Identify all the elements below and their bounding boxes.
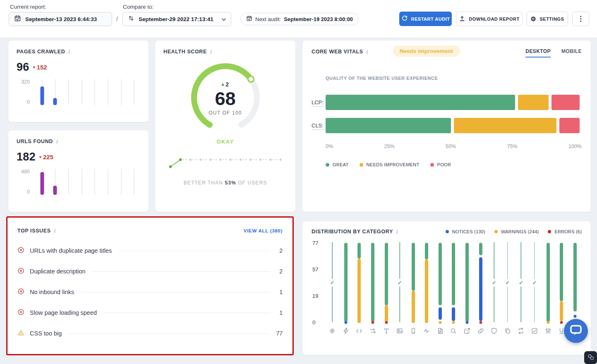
images-icon[interactable] xyxy=(396,327,403,338)
cwv-row: CLS: xyxy=(312,118,582,133)
category-plot: ✓ xyxy=(514,241,528,324)
info-icon[interactable]: i xyxy=(54,228,55,234)
current-report-picker[interactable]: September-13 2023 6:44:33 xyxy=(9,12,112,26)
cwv-segment-needs-improvement[interactable] xyxy=(454,118,556,133)
category-plot xyxy=(366,241,380,324)
info-icon[interactable]: i xyxy=(210,48,211,55)
legend-item: NOTICES (130) xyxy=(446,229,485,234)
status-badge: Needs improvement xyxy=(393,46,460,57)
category-column[interactable]: ✓ xyxy=(501,241,515,338)
repeat-icon[interactable] xyxy=(517,327,525,338)
redirects-icon[interactable] xyxy=(369,327,376,338)
external-link-icon[interactable] xyxy=(463,327,471,338)
cwv-row-label[interactable]: CLS: xyxy=(312,122,326,129)
restart-audit-button[interactable]: RESTART AUDIT xyxy=(399,12,452,26)
info-icon[interactable]: i xyxy=(366,48,368,55)
triangle-up-icon: ▴ xyxy=(222,81,224,87)
category-column[interactable]: ✓ xyxy=(487,241,501,338)
pages-crawled-delta: ▾152 xyxy=(33,64,47,71)
category-dot-blue xyxy=(573,315,576,318)
category-bar-green xyxy=(479,243,482,255)
category-column[interactable] xyxy=(541,241,555,338)
cwv-segment-great[interactable] xyxy=(326,95,515,110)
compare-select[interactable]: September-29 2022 17:13:41 xyxy=(122,12,231,26)
copy-icon[interactable] xyxy=(504,327,511,338)
check-icon: ✓ xyxy=(505,279,510,287)
more-options-button[interactable]: ⋮ xyxy=(572,12,589,26)
shield-icon[interactable] xyxy=(490,327,498,338)
error-icon xyxy=(17,247,24,255)
category-plot: ✓ xyxy=(501,241,515,324)
cwv-segment-poor[interactable] xyxy=(551,95,580,110)
issue-label: URLs with duplicate page titles xyxy=(30,247,112,254)
health-score-outof: OUT OF 100 xyxy=(209,110,242,116)
issue-row[interactable]: No inbound links1 xyxy=(17,282,283,302)
cwv-segment-poor[interactable] xyxy=(559,118,580,133)
view-all-link[interactable]: VIEW ALL (380) xyxy=(244,228,283,233)
category-column[interactable]: ✓ xyxy=(326,241,339,338)
code-icon[interactable] xyxy=(355,327,363,338)
tab-desktop[interactable]: DESKTOP xyxy=(525,48,551,57)
check-icon: ✓ xyxy=(518,279,524,287)
category-column[interactable] xyxy=(474,241,487,338)
performance-icon[interactable] xyxy=(423,327,430,338)
error-icon xyxy=(17,309,24,317)
category-bar-green xyxy=(547,243,550,322)
category-column[interactable] xyxy=(352,241,366,338)
chart-bar[interactable] xyxy=(40,172,44,195)
category-column[interactable] xyxy=(379,241,393,338)
chart-y-axis: 4800 xyxy=(17,169,36,195)
health-score-gauge: ▴2 68 OUT OF 100 xyxy=(188,60,263,135)
settings-button[interactable]: ⚙ SETTINGS xyxy=(527,12,568,26)
category-column[interactable] xyxy=(434,241,447,338)
issue-count: 2 xyxy=(277,268,283,275)
issue-row[interactable]: Duplicate description2 xyxy=(17,261,283,282)
info-icon[interactable]: i xyxy=(396,228,398,235)
link-icon[interactable] xyxy=(477,327,484,338)
download-report-button[interactable]: DOWNLOAD REPORT xyxy=(456,12,523,26)
issue-row[interactable]: CSS too big77 xyxy=(17,323,283,344)
speed-icon[interactable] xyxy=(342,327,350,338)
category-column[interactable]: ✓ xyxy=(528,241,542,338)
category-column[interactable]: ✓ xyxy=(514,241,528,338)
check-icon: ✓ xyxy=(532,279,537,287)
info-icon[interactable]: i xyxy=(68,48,70,55)
category-plot: ✓ xyxy=(528,241,542,324)
category-column[interactable] xyxy=(420,241,434,338)
health-score-footer: BETTER THAN 53% OF USERS xyxy=(163,180,287,186)
mobile-icon[interactable] xyxy=(410,327,417,338)
structure-icon[interactable] xyxy=(328,327,336,338)
category-bar-green xyxy=(371,243,374,322)
search-icon[interactable] xyxy=(450,327,457,338)
category-column[interactable] xyxy=(460,241,474,338)
legend-item: GREAT xyxy=(326,162,349,167)
axis-tick: 50% xyxy=(446,144,456,149)
category-column[interactable]: ✓ xyxy=(393,241,407,338)
category-plot xyxy=(406,241,420,324)
checkbox-icon[interactable] xyxy=(531,327,538,338)
extension-badge[interactable] xyxy=(584,351,597,364)
chat-widget[interactable] xyxy=(564,319,588,343)
category-dot-red xyxy=(479,321,482,324)
category-column[interactable] xyxy=(366,241,380,338)
chart-bar[interactable] xyxy=(53,98,57,105)
category-column[interactable] xyxy=(406,241,420,338)
issue-row[interactable]: Slow page loading speed1 xyxy=(17,302,283,323)
chart-bar[interactable] xyxy=(53,186,57,195)
category-plot xyxy=(447,241,460,324)
category-plot: ✓ xyxy=(326,241,339,324)
info-icon[interactable]: i xyxy=(56,138,58,144)
text-icon[interactable] xyxy=(383,327,390,338)
cwv-row-label[interactable]: LCP: xyxy=(312,99,326,105)
content-icon[interactable] xyxy=(436,327,444,338)
chart-bar[interactable] xyxy=(40,86,44,105)
issue-row[interactable]: URLs with duplicate page titles2 xyxy=(17,240,283,261)
cwv-segment-great[interactable] xyxy=(326,118,451,133)
cwv-segment-needs-improvement[interactable] xyxy=(518,95,549,110)
chart-slot-line xyxy=(121,169,122,195)
issue-count: 1 xyxy=(277,289,283,295)
category-column[interactable] xyxy=(339,241,353,338)
tab-mobile[interactable]: MOBILE xyxy=(561,48,582,57)
category-column[interactable] xyxy=(447,241,460,338)
sliders-icon[interactable] xyxy=(544,327,552,338)
